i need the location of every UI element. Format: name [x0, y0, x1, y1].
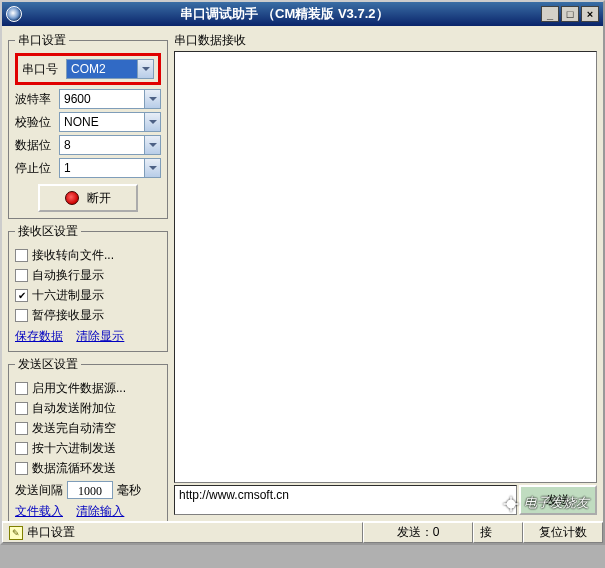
- save-data-link[interactable]: 保存数据: [15, 329, 63, 343]
- close-button[interactable]: ×: [581, 6, 599, 22]
- interval-label: 发送间隔: [15, 482, 63, 499]
- stopbits-label: 停止位: [15, 160, 59, 177]
- status-icon: ✎: [9, 526, 23, 540]
- stopbits-value: 1: [60, 159, 144, 177]
- baud-combo[interactable]: 9600: [59, 89, 161, 109]
- parity-label: 校验位: [15, 114, 59, 131]
- hex-send-label: 按十六进制发送: [32, 440, 116, 457]
- parity-value: NONE: [60, 113, 144, 131]
- chevron-down-icon[interactable]: [144, 90, 160, 108]
- baud-value: 9600: [60, 90, 144, 108]
- recv-settings-legend: 接收区设置: [15, 223, 81, 240]
- baud-label: 波特率: [15, 91, 59, 108]
- body: 串口设置 串口号 COM2 波特率 9600 校验位: [2, 26, 603, 521]
- recv-area-legend: 串口数据接收: [174, 32, 597, 49]
- port-settings-group: 串口设置 串口号 COM2 波特率 9600 校验位: [8, 32, 168, 219]
- checkbox[interactable]: [15, 309, 28, 322]
- window-controls: _ □ ×: [541, 6, 599, 22]
- send-settings-legend: 发送区设置: [15, 356, 81, 373]
- port-combo[interactable]: COM2: [66, 59, 154, 79]
- right-panel: 串口数据接收 http://www.cmsoft.cn 发送: [174, 32, 597, 515]
- window-title: 串口调试助手 （CM精装版 V3.7.2）: [28, 5, 541, 23]
- status-sent: 发送：0: [363, 522, 473, 543]
- checkbox[interactable]: [15, 382, 28, 395]
- checkbox[interactable]: [15, 269, 28, 282]
- disconnect-button[interactable]: 断开: [38, 184, 138, 212]
- port-label: 串口号: [22, 61, 66, 78]
- port-settings-legend: 串口设置: [15, 32, 69, 49]
- checkbox[interactable]: [15, 462, 28, 475]
- status-recv: 接: [473, 522, 523, 543]
- loop-send-label: 数据流循环发送: [32, 460, 116, 477]
- app-icon: [6, 6, 22, 22]
- status-main: ✎ 串口设置: [2, 522, 363, 543]
- clear-input-link[interactable]: 清除输入: [76, 504, 124, 518]
- pause-recv-label: 暂停接收显示: [32, 307, 104, 324]
- record-icon: [65, 191, 79, 205]
- interval-unit: 毫秒: [117, 482, 141, 499]
- left-panel: 串口设置 串口号 COM2 波特率 9600 校验位: [8, 32, 168, 515]
- port-highlight: 串口号 COM2: [15, 53, 161, 85]
- minimize-button[interactable]: _: [541, 6, 559, 22]
- chevron-down-icon[interactable]: [137, 60, 153, 78]
- auto-append-label: 自动发送附加位: [32, 400, 116, 417]
- hex-display-label: 十六进制显示: [32, 287, 104, 304]
- auto-wrap-label: 自动换行显示: [32, 267, 104, 284]
- checkbox[interactable]: ✔: [15, 289, 28, 302]
- auto-clear-label: 发送完自动清空: [32, 420, 116, 437]
- checkbox[interactable]: [15, 422, 28, 435]
- recv-settings-group: 接收区设置 接收转向文件... 自动换行显示 ✔十六进制显示 暂停接收显示 保存…: [8, 223, 168, 352]
- reset-counter-button[interactable]: 复位计数: [523, 522, 603, 543]
- send-settings-group: 发送区设置 启用文件数据源... 自动发送附加位 发送完自动清空 按十六进制发送…: [8, 356, 168, 527]
- load-file-link[interactable]: 文件载入: [15, 504, 63, 518]
- stopbits-combo[interactable]: 1: [59, 158, 161, 178]
- statusbar: ✎ 串口设置 发送：0 接 复位计数: [2, 521, 603, 543]
- databits-value: 8: [60, 136, 144, 154]
- recv-to-file-label: 接收转向文件...: [32, 247, 114, 264]
- chevron-down-icon[interactable]: [144, 136, 160, 154]
- chevron-down-icon[interactable]: [144, 113, 160, 131]
- databits-label: 数据位: [15, 137, 59, 154]
- checkbox[interactable]: [15, 402, 28, 415]
- app-window: 串口调试助手 （CM精装版 V3.7.2） _ □ × 串口设置 串口号 COM…: [0, 0, 605, 545]
- file-source-label: 启用文件数据源...: [32, 380, 126, 397]
- maximize-button[interactable]: □: [561, 6, 579, 22]
- send-input[interactable]: http://www.cmsoft.cn: [174, 485, 517, 515]
- databits-combo[interactable]: 8: [59, 135, 161, 155]
- interval-input[interactable]: 1000: [67, 481, 113, 499]
- clear-display-link[interactable]: 清除显示: [76, 329, 124, 343]
- checkbox[interactable]: [15, 442, 28, 455]
- chevron-down-icon[interactable]: [144, 159, 160, 177]
- receive-textarea[interactable]: [174, 51, 597, 483]
- parity-combo[interactable]: NONE: [59, 112, 161, 132]
- titlebar: 串口调试助手 （CM精装版 V3.7.2） _ □ ×: [2, 2, 603, 26]
- port-value: COM2: [67, 60, 137, 78]
- checkbox[interactable]: [15, 249, 28, 262]
- send-button[interactable]: 发送: [519, 485, 597, 515]
- disconnect-label: 断开: [87, 190, 111, 207]
